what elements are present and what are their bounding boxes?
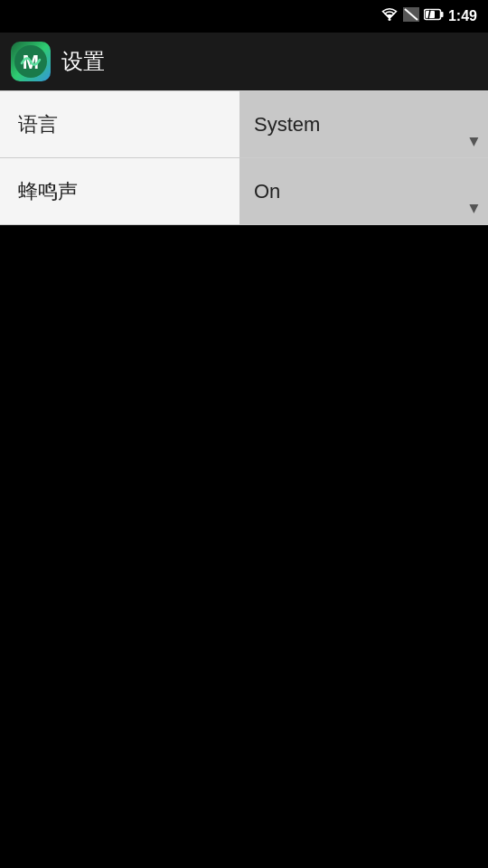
language-value[interactable]: System	[239, 91, 488, 157]
settings-item-language[interactable]: 语言 System	[0, 91, 488, 158]
status-bar: 1:49	[0, 0, 488, 33]
wifi-icon	[380, 7, 399, 25]
signal-icon	[403, 7, 419, 25]
beep-value[interactable]: On	[239, 158, 488, 224]
settings-list: 语言 System 蜂鸣声 On	[0, 90, 488, 225]
language-label: 语言	[0, 91, 239, 157]
battery-icon	[424, 8, 444, 24]
app-bar-title: 设置	[61, 47, 105, 76]
settings-item-beep[interactable]: 蜂鸣声 On	[0, 158, 488, 225]
beep-label: 蜂鸣声	[0, 158, 239, 224]
app-logo: M	[11, 42, 51, 81]
app-bar: M 设置	[0, 33, 488, 90]
status-time: 1:49	[448, 8, 477, 24]
svg-point-0	[388, 18, 390, 21]
status-icons: 1:49	[380, 7, 477, 25]
svg-rect-4	[440, 12, 443, 17]
